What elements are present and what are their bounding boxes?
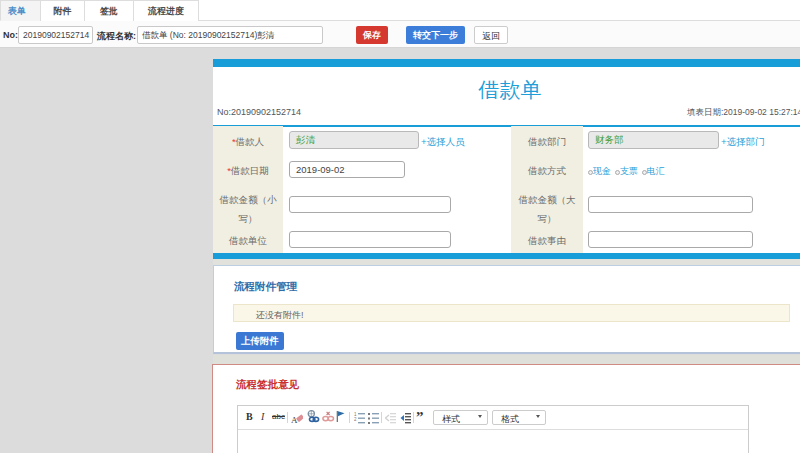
svg-text:2: 2 — [354, 417, 357, 422]
